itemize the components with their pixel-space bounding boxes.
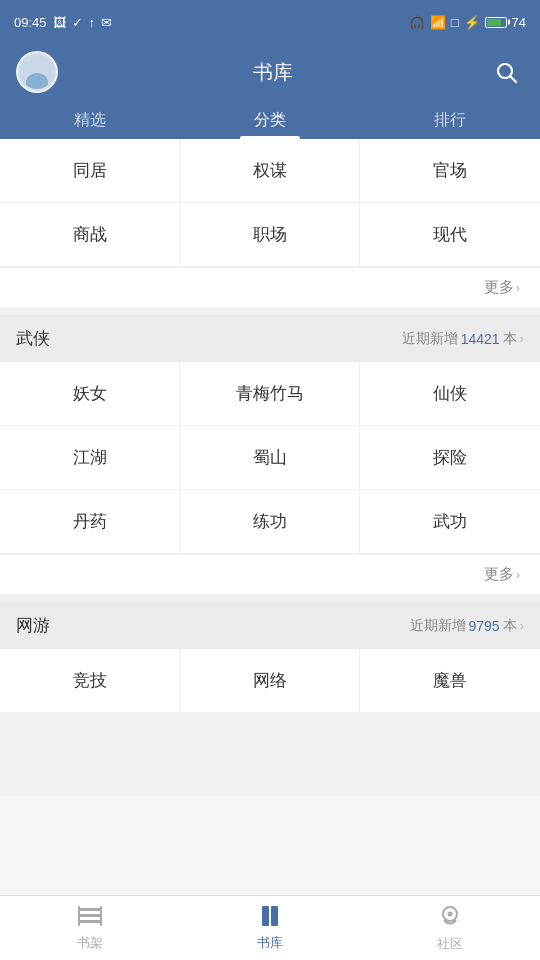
wifi-icon: 📶 — [430, 15, 446, 30]
romance-more-chevron: › — [516, 280, 520, 295]
svg-rect-7 — [262, 906, 269, 926]
status-bar: 09:45 🖼 ✓ ↑ ✉ 🎧 📶 □ ⚡ 74 — [0, 0, 540, 44]
category-shangzhan[interactable]: 商战 — [0, 203, 180, 267]
svg-rect-6 — [100, 906, 102, 926]
library-icon — [257, 905, 283, 931]
nav-community-label: 社区 — [437, 935, 463, 953]
community-icon — [437, 904, 463, 932]
category-jingji[interactable]: 竞技 — [0, 649, 180, 713]
svg-rect-4 — [79, 920, 101, 923]
category-yaonv[interactable]: 妖女 — [0, 362, 180, 426]
category-jianghu[interactable]: 江湖 — [0, 426, 180, 490]
svg-rect-3 — [79, 914, 101, 917]
charge-icon: ⚡ — [464, 15, 480, 30]
wuxia-more-label: 更多 — [484, 565, 514, 584]
content-area: 同居 权谋 官场 商战 职场 现代 更多 › 武侠 近期新增 14421 本 ›… — [0, 139, 540, 796]
bookshelf-icon — [77, 905, 103, 931]
search-button[interactable] — [488, 54, 524, 90]
wuxia-section: 妖女 青梅竹马 仙侠 江湖 蜀山 探险 丹药 练功 武功 更多 › — [0, 362, 540, 594]
bottom-spacer — [0, 721, 540, 796]
wuxia-more-row[interactable]: 更多 › — [0, 554, 540, 594]
nav-community[interactable]: 社区 — [360, 898, 540, 959]
category-wugong[interactable]: 武功 — [360, 490, 540, 554]
category-danyao[interactable]: 丹药 — [0, 490, 180, 554]
wuxia-more-chevron: › — [516, 567, 520, 582]
svg-rect-2 — [79, 908, 101, 911]
wangyou-recent-label: 近期新增 — [410, 617, 466, 635]
wuxia-grid: 妖女 青梅竹马 仙侠 江湖 蜀山 探险 丹药 练功 武功 — [0, 362, 540, 554]
wuxia-title: 武侠 — [16, 327, 50, 350]
battery-level: 74 — [512, 15, 526, 30]
message-icon: ✉ — [101, 15, 112, 30]
tab-ranking[interactable]: 排行 — [360, 100, 540, 139]
wuxia-section-header[interactable]: 武侠 近期新增 14421 本 › — [0, 315, 540, 362]
romance-section: 同居 权谋 官场 商战 职场 现代 更多 › — [0, 139, 540, 307]
romance-more-row[interactable]: 更多 › — [0, 267, 540, 307]
nav-library[interactable]: 书库 — [180, 899, 360, 958]
romance-grid: 同居 权谋 官场 商战 职场 现代 — [0, 139, 540, 267]
wuxia-recent-label: 近期新增 — [402, 330, 458, 348]
battery-indicator — [485, 17, 507, 28]
wuxia-recent-unit: 本 — [503, 330, 517, 348]
tab-bar: 精选 分类 排行 — [0, 100, 540, 139]
signal-icon: ↑ — [89, 15, 96, 30]
category-guanchang[interactable]: 官场 — [360, 139, 540, 203]
status-right: 🎧 📶 □ ⚡ 74 — [409, 15, 526, 30]
svg-rect-5 — [78, 906, 80, 926]
user-avatar[interactable] — [16, 51, 58, 93]
wangyou-chevron: › — [520, 618, 524, 633]
headphone-icon: 🎧 — [409, 15, 425, 30]
svg-rect-8 — [271, 906, 278, 926]
wuxia-recent-info: 近期新增 14421 本 › — [402, 330, 524, 348]
sim-icon: □ — [451, 15, 459, 30]
wangyou-recent-count: 9795 — [469, 618, 500, 634]
avatar-face — [20, 55, 54, 89]
category-quanmou[interactable]: 权谋 — [180, 139, 360, 203]
nav-bookshelf-label: 书架 — [77, 934, 103, 952]
category-xiandai[interactable]: 现代 — [360, 203, 540, 267]
wangyou-section: 竞技 网络 魔兽 — [0, 649, 540, 713]
tab-featured[interactable]: 精选 — [0, 100, 180, 139]
category-moshou[interactable]: 魔兽 — [360, 649, 540, 713]
status-time: 09:45 — [14, 15, 47, 30]
wuxia-chevron: › — [520, 331, 524, 346]
avatar-body — [26, 73, 48, 89]
category-shushan[interactable]: 蜀山 — [180, 426, 360, 490]
status-left: 09:45 🖼 ✓ ↑ ✉ — [14, 15, 112, 30]
wangyou-recent-info: 近期新增 9795 本 › — [410, 617, 525, 635]
category-wangluo[interactable]: 网络 — [180, 649, 360, 713]
svg-line-1 — [511, 77, 517, 83]
tab-category[interactable]: 分类 — [180, 100, 360, 139]
category-xianxia[interactable]: 仙侠 — [360, 362, 540, 426]
category-tanxian[interactable]: 探险 — [360, 426, 540, 490]
wangyou-title: 网游 — [16, 614, 50, 637]
wangyou-section-header[interactable]: 网游 近期新增 9795 本 › — [0, 602, 540, 649]
check-icon: ✓ — [72, 15, 83, 30]
nav-library-label: 书库 — [257, 934, 283, 952]
header-title: 书库 — [253, 59, 293, 86]
bottom-navigation: 书架 书库 社区 — [0, 895, 540, 960]
photo-icon: 🖼 — [53, 15, 66, 30]
svg-point-10 — [448, 911, 453, 916]
header: 书库 — [0, 44, 540, 100]
nav-bookshelf[interactable]: 书架 — [0, 899, 180, 958]
category-qingmei[interactable]: 青梅竹马 — [180, 362, 360, 426]
category-tongju[interactable]: 同居 — [0, 139, 180, 203]
wangyou-recent-unit: 本 — [503, 617, 517, 635]
category-zhichang[interactable]: 职场 — [180, 203, 360, 267]
category-liangong[interactable]: 练功 — [180, 490, 360, 554]
wuxia-recent-count: 14421 — [461, 331, 500, 347]
wangyou-grid: 竞技 网络 魔兽 — [0, 649, 540, 713]
romance-more-label: 更多 — [484, 278, 514, 297]
